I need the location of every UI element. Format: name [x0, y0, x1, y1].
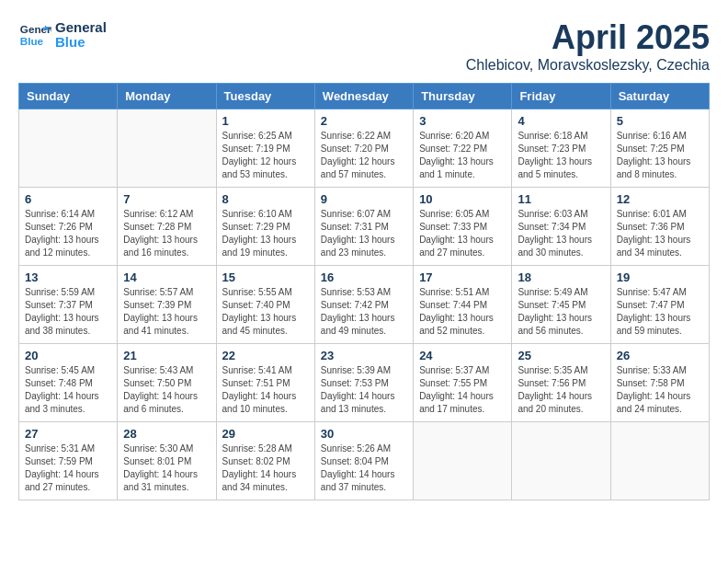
- logo-icon: General Blue: [18, 18, 51, 52]
- calendar-cell: 26Sunrise: 5:33 AM Sunset: 7:58 PM Dayli…: [610, 344, 709, 422]
- logo-line1: General: [55, 20, 107, 36]
- calendar-cell: 17Sunrise: 5:51 AM Sunset: 7:44 PM Dayli…: [414, 266, 512, 344]
- week-row-5: 27Sunrise: 5:31 AM Sunset: 7:59 PM Dayli…: [19, 422, 710, 500]
- calendar-cell: 21Sunrise: 5:43 AM Sunset: 7:50 PM Dayli…: [118, 344, 216, 422]
- day-number: 7: [123, 192, 210, 206]
- day-number: 19: [617, 270, 703, 284]
- weekday-header-friday: Friday: [512, 84, 610, 109]
- day-info: Sunrise: 5:37 AM Sunset: 7:55 PM Dayligh…: [419, 364, 506, 416]
- calendar-cell: 30Sunrise: 5:26 AM Sunset: 8:04 PM Dayli…: [314, 422, 413, 500]
- week-row-4: 20Sunrise: 5:45 AM Sunset: 7:48 PM Dayli…: [19, 344, 710, 422]
- calendar-cell: 13Sunrise: 5:59 AM Sunset: 7:37 PM Dayli…: [19, 266, 118, 344]
- calendar-cell: 29Sunrise: 5:28 AM Sunset: 8:02 PM Dayli…: [216, 422, 314, 500]
- calendar-table: SundayMondayTuesdayWednesdayThursdayFrid…: [18, 83, 710, 500]
- day-info: Sunrise: 6:25 AM Sunset: 7:19 PM Dayligh…: [222, 130, 309, 181]
- calendar-cell: 18Sunrise: 5:49 AM Sunset: 7:45 PM Dayli…: [512, 266, 610, 344]
- day-info: Sunrise: 5:26 AM Sunset: 8:04 PM Dayligh…: [321, 442, 407, 494]
- day-info: Sunrise: 6:22 AM Sunset: 7:20 PM Dayligh…: [321, 130, 407, 181]
- day-info: Sunrise: 6:03 AM Sunset: 7:34 PM Dayligh…: [518, 208, 604, 259]
- day-number: 13: [25, 270, 111, 284]
- day-number: 21: [123, 349, 210, 362]
- weekday-header-monday: Monday: [118, 84, 216, 109]
- calendar-title: April 2025: [466, 18, 710, 57]
- calendar-cell: 4Sunrise: 6:18 AM Sunset: 7:23 PM Daylig…: [512, 109, 610, 188]
- day-info: Sunrise: 5:39 AM Sunset: 7:53 PM Dayligh…: [321, 364, 407, 416]
- calendar-cell: 12Sunrise: 6:01 AM Sunset: 7:36 PM Dayli…: [610, 188, 709, 266]
- day-info: Sunrise: 5:51 AM Sunset: 7:44 PM Dayligh…: [419, 286, 506, 338]
- calendar-cell: 6Sunrise: 6:14 AM Sunset: 7:26 PM Daylig…: [19, 188, 118, 266]
- calendar-cell: 27Sunrise: 5:31 AM Sunset: 7:59 PM Dayli…: [19, 422, 118, 500]
- calendar-cell: 2Sunrise: 6:22 AM Sunset: 7:20 PM Daylig…: [314, 109, 413, 188]
- weekday-header-sunday: Sunday: [19, 84, 118, 109]
- calendar-cell: 9Sunrise: 6:07 AM Sunset: 7:31 PM Daylig…: [314, 188, 413, 266]
- day-info: Sunrise: 5:33 AM Sunset: 7:58 PM Dayligh…: [617, 364, 703, 416]
- day-number: 20: [25, 349, 111, 362]
- calendar-subtitle: Chlebicov, Moravskoslezsky, Czechia: [466, 57, 710, 74]
- day-info: Sunrise: 5:41 AM Sunset: 7:51 PM Dayligh…: [222, 364, 309, 416]
- day-number: 6: [25, 192, 111, 206]
- day-info: Sunrise: 6:10 AM Sunset: 7:29 PM Dayligh…: [222, 208, 309, 259]
- day-info: Sunrise: 6:18 AM Sunset: 7:23 PM Dayligh…: [518, 130, 604, 181]
- calendar-cell: 16Sunrise: 5:53 AM Sunset: 7:42 PM Dayli…: [314, 266, 413, 344]
- calendar-cell: [19, 109, 118, 188]
- calendar-cell: 22Sunrise: 5:41 AM Sunset: 7:51 PM Dayli…: [216, 344, 314, 422]
- day-number: 3: [419, 114, 506, 128]
- weekday-header-row: SundayMondayTuesdayWednesdayThursdayFrid…: [19, 84, 710, 109]
- day-number: 12: [617, 192, 703, 206]
- calendar-cell: 23Sunrise: 5:39 AM Sunset: 7:53 PM Dayli…: [314, 344, 413, 422]
- calendar-cell: 7Sunrise: 6:12 AM Sunset: 7:28 PM Daylig…: [118, 188, 216, 266]
- calendar-cell: [118, 109, 216, 188]
- weekday-header-thursday: Thursday: [414, 84, 512, 109]
- day-info: Sunrise: 5:45 AM Sunset: 7:48 PM Dayligh…: [25, 364, 111, 416]
- day-number: 14: [123, 270, 210, 284]
- day-number: 16: [321, 270, 407, 284]
- calendar-cell: [414, 422, 512, 500]
- day-info: Sunrise: 6:20 AM Sunset: 7:22 PM Dayligh…: [419, 130, 506, 181]
- day-info: Sunrise: 6:05 AM Sunset: 7:33 PM Dayligh…: [419, 208, 506, 259]
- calendar-cell: [512, 422, 610, 500]
- calendar-cell: 28Sunrise: 5:30 AM Sunset: 8:01 PM Dayli…: [118, 422, 216, 500]
- calendar-cell: [610, 422, 709, 500]
- calendar-cell: 24Sunrise: 5:37 AM Sunset: 7:55 PM Dayli…: [414, 344, 512, 422]
- calendar-cell: 19Sunrise: 5:47 AM Sunset: 7:47 PM Dayli…: [610, 266, 709, 344]
- svg-text:Blue: Blue: [20, 35, 44, 47]
- day-number: 29: [222, 427, 309, 441]
- day-info: Sunrise: 6:01 AM Sunset: 7:36 PM Dayligh…: [617, 208, 703, 259]
- day-info: Sunrise: 5:49 AM Sunset: 7:45 PM Dayligh…: [518, 286, 604, 338]
- day-info: Sunrise: 6:14 AM Sunset: 7:26 PM Dayligh…: [25, 208, 111, 259]
- day-number: 8: [222, 192, 309, 206]
- day-number: 22: [222, 349, 309, 362]
- calendar-cell: 25Sunrise: 5:35 AM Sunset: 7:56 PM Dayli…: [512, 344, 610, 422]
- logo: General Blue General Blue: [18, 18, 107, 52]
- day-number: 27: [25, 427, 111, 441]
- day-info: Sunrise: 5:47 AM Sunset: 7:47 PM Dayligh…: [617, 286, 703, 338]
- day-number: 26: [617, 349, 703, 362]
- day-info: Sunrise: 6:12 AM Sunset: 7:28 PM Dayligh…: [123, 208, 210, 259]
- day-info: Sunrise: 6:16 AM Sunset: 7:25 PM Dayligh…: [617, 130, 703, 181]
- weekday-header-tuesday: Tuesday: [216, 84, 314, 109]
- day-number: 1: [222, 114, 309, 128]
- day-number: 25: [518, 349, 604, 362]
- calendar-cell: 5Sunrise: 6:16 AM Sunset: 7:25 PM Daylig…: [610, 109, 709, 188]
- logo-line2: Blue: [55, 35, 107, 51]
- day-number: 4: [518, 114, 604, 128]
- calendar-cell: 14Sunrise: 5:57 AM Sunset: 7:39 PM Dayli…: [118, 266, 216, 344]
- header: General Blue General Blue April 2025 Chl…: [18, 18, 710, 74]
- calendar-cell: 8Sunrise: 6:10 AM Sunset: 7:29 PM Daylig…: [216, 188, 314, 266]
- calendar-cell: 20Sunrise: 5:45 AM Sunset: 7:48 PM Dayli…: [19, 344, 118, 422]
- day-info: Sunrise: 5:43 AM Sunset: 7:50 PM Dayligh…: [123, 364, 210, 416]
- day-number: 28: [123, 427, 210, 441]
- day-info: Sunrise: 5:59 AM Sunset: 7:37 PM Dayligh…: [25, 286, 111, 338]
- day-number: 23: [321, 349, 407, 362]
- day-number: 17: [419, 270, 506, 284]
- week-row-3: 13Sunrise: 5:59 AM Sunset: 7:37 PM Dayli…: [19, 266, 710, 344]
- calendar-cell: 11Sunrise: 6:03 AM Sunset: 7:34 PM Dayli…: [512, 188, 610, 266]
- calendar-cell: 1Sunrise: 6:25 AM Sunset: 7:19 PM Daylig…: [216, 109, 314, 188]
- day-info: Sunrise: 6:07 AM Sunset: 7:31 PM Dayligh…: [321, 208, 407, 259]
- day-info: Sunrise: 5:53 AM Sunset: 7:42 PM Dayligh…: [321, 286, 407, 338]
- day-info: Sunrise: 5:55 AM Sunset: 7:40 PM Dayligh…: [222, 286, 309, 338]
- day-number: 2: [321, 114, 407, 128]
- day-number: 10: [419, 192, 506, 206]
- week-row-2: 6Sunrise: 6:14 AM Sunset: 7:26 PM Daylig…: [19, 188, 710, 266]
- day-number: 30: [321, 427, 407, 441]
